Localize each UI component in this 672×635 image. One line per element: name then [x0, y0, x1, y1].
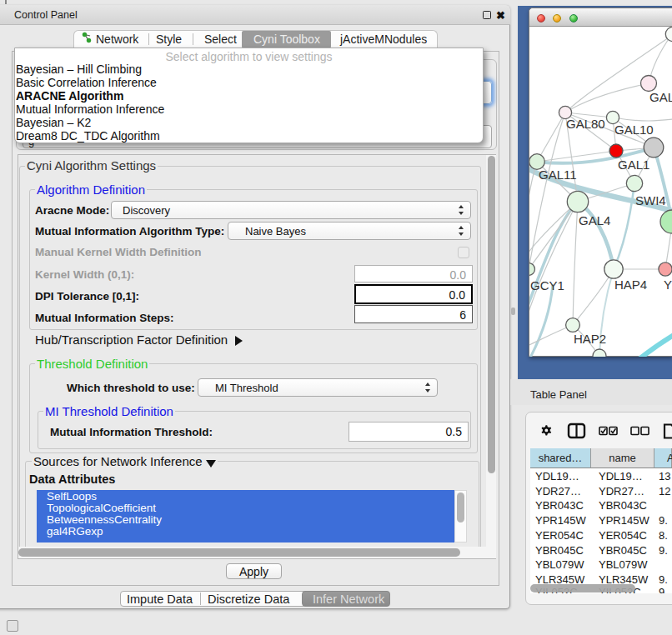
svg-text:Y: Y — [664, 278, 672, 292]
svg-text:HAP2: HAP2 — [574, 332, 606, 346]
svg-text:GCY1: GCY1 — [530, 278, 564, 292]
svg-text:GAL1: GAL1 — [618, 158, 649, 172]
svg-text:GAL2: GAL2 — [649, 90, 672, 104]
svg-text:GAL10: GAL10 — [614, 122, 654, 137]
svg-text:GAL11: GAL11 — [539, 168, 577, 182]
svg-text:SWI4: SWI4 — [635, 193, 666, 208]
svg-text:GAL4: GAL4 — [579, 213, 610, 228]
svg-text:HAP4: HAP4 — [614, 278, 647, 292]
svg-text:GAL80: GAL80 — [566, 117, 605, 131]
